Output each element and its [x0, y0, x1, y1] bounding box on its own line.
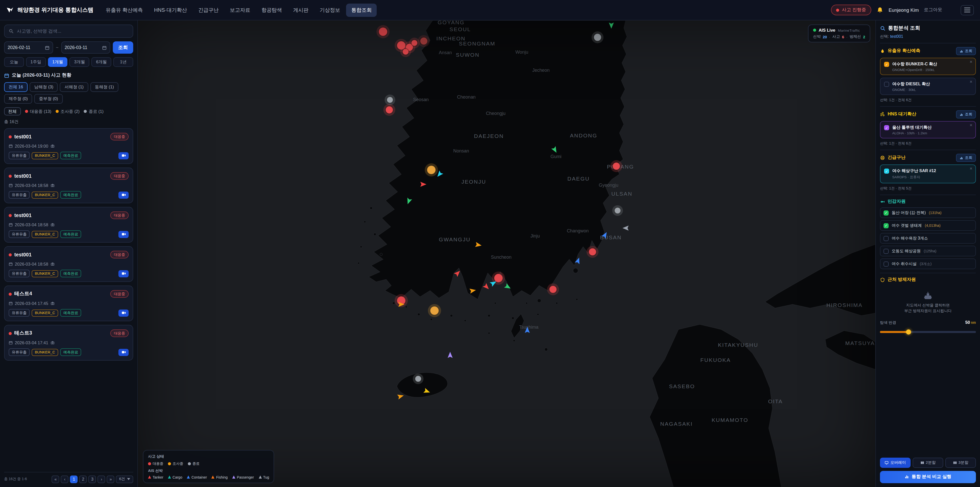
resource-checkbox[interactable] [883, 249, 889, 254]
item-checkbox[interactable] [884, 82, 889, 87]
incident-card[interactable]: 테스트3대응중2026-03-04 17:41유류유출BUNKER_C예측완료 [4, 325, 133, 361]
incident-search-input[interactable] [17, 29, 129, 34]
region-chip[interactable]: 남해청 (3) [30, 82, 58, 92]
item-close-icon[interactable]: × [969, 123, 972, 128]
item-checkbox[interactable]: ✓ [884, 125, 889, 130]
resource-row[interactable]: ✓여수 갯벌 생태계(4,013ha) [880, 220, 976, 231]
incident-marker[interactable] [428, 304, 441, 317]
view-mode-button[interactable]: 오버레이 [880, 457, 911, 468]
status-filter[interactable]: 조사중 (2) [56, 109, 80, 114]
incident-card[interactable]: test001대응중2026-03-04 18:58유류유출BUNKER_C예측… [4, 168, 133, 203]
incident-marker[interactable] [385, 94, 395, 105]
analysis-item[interactable]: ✓여수항 BUNKER-C 확산GNOME+OpenDrift · 150kL× [880, 58, 976, 75]
ship-marker-passenger[interactable] [448, 352, 453, 358]
region-chip[interactable]: 제주청 (0) [4, 94, 32, 104]
range-button[interactable]: 6개월 [92, 57, 111, 67]
incident-video-button[interactable] [118, 309, 129, 316]
incident-video-button[interactable] [118, 231, 129, 238]
view-mode-button[interactable]: 3분할 [945, 457, 976, 468]
nav-item[interactable]: 통합조회 [346, 3, 377, 17]
incident-marker[interactable] [376, 25, 390, 38]
map-canvas[interactable]: GOYANGSEOULINCHEONSEONGNAMSUWONAnsanWonj… [138, 21, 875, 487]
incident-video-button[interactable] [118, 270, 129, 277]
incident-marker[interactable] [413, 374, 424, 384]
resource-checkbox[interactable]: ✓ [883, 210, 889, 215]
date-to-input[interactable]: 2026-03-11 [61, 42, 110, 54]
run-analysis-button[interactable]: 통합 분석 비교 실행 [880, 471, 976, 483]
resource-row[interactable]: 여수 해수욕장 3개소 [880, 233, 976, 244]
item-close-icon[interactable]: × [969, 60, 972, 64]
item-close-icon[interactable]: × [969, 80, 972, 84]
last-page-button[interactable]: » [107, 475, 115, 483]
item-checkbox[interactable]: ✓ [884, 62, 889, 67]
item-checkbox[interactable]: ✓ [884, 169, 889, 174]
analysis-item[interactable]: 여수항 DIESEL 확산GNOME · 30kL× [880, 78, 976, 95]
incident-marker[interactable] [611, 160, 622, 172]
incident-active-badge[interactable]: 사고 진행중 [831, 5, 871, 15]
incident-marker[interactable] [425, 163, 438, 176]
slider-knob[interactable] [906, 330, 912, 335]
status-filter[interactable]: 대응중 (13) [25, 109, 51, 114]
ship-marker-tug[interactable] [622, 225, 628, 231]
menu-button[interactable] [961, 5, 974, 15]
status-filter-all[interactable]: 전체 [4, 107, 21, 115]
incident-marker[interactable] [409, 38, 420, 48]
ship-marker-tanker[interactable] [483, 283, 490, 291]
resource-checkbox[interactable] [883, 236, 889, 241]
page-number-button[interactable]: 1 [70, 475, 78, 483]
view-mode-button[interactable]: 2분할 [913, 457, 943, 468]
analysis-item[interactable]: ✓여수 해상구난 SAR #12SAROPS · 표류자× [880, 164, 976, 184]
page-number-button[interactable]: 3 [89, 475, 96, 483]
region-chip[interactable]: 중부청 (0) [35, 94, 63, 104]
resource-row[interactable]: ✓돌산 어장 (김·전복)(131ha) [880, 208, 976, 218]
logout-button[interactable]: 로그아웃 [924, 6, 942, 13]
status-filter[interactable]: 종료 (1) [84, 109, 103, 114]
region-chip[interactable]: 동해청 (1) [90, 82, 119, 92]
resource-checkbox[interactable] [883, 261, 889, 267]
analysis-item[interactable]: ✓울산 톨루엔 대기확산ALOHA · 10t/h · 1.2km× [880, 121, 976, 139]
nav-item[interactable]: 게시판 [288, 3, 313, 17]
page-size-select[interactable]: 6건 [116, 475, 133, 483]
incident-marker[interactable] [547, 283, 559, 295]
region-chip[interactable]: 서해청 (1) [60, 82, 88, 92]
section-query-button[interactable]: 조회 [956, 47, 976, 55]
incident-card[interactable]: test001대응중2026-03-04 19:00유류유출BUNKER_C예측… [4, 128, 133, 164]
section-query-button[interactable]: 조회 [956, 110, 976, 118]
date-query-button[interactable]: 조회 [113, 42, 133, 54]
incident-marker[interactable] [383, 104, 395, 116]
range-button[interactable]: 3개월 [70, 57, 89, 67]
incident-marker[interactable] [400, 46, 411, 57]
incident-marker[interactable] [592, 31, 604, 43]
range-button[interactable]: 1년 [113, 57, 133, 67]
incident-marker[interactable] [587, 246, 598, 258]
next-page-button[interactable]: › [98, 475, 105, 483]
section-query-button[interactable]: 조회 [956, 154, 976, 162]
range-button[interactable]: 1주일 [26, 57, 46, 67]
item-close-icon[interactable]: × [969, 166, 972, 171]
notification-bell-icon[interactable] [877, 6, 883, 14]
page-number-button[interactable]: 2 [80, 475, 87, 483]
incident-marker[interactable] [612, 205, 623, 216]
incident-card[interactable]: 테스트4대응중2026-03-04 17:45유류유출BUNKER_C예측완료 [4, 286, 133, 321]
resource-checkbox[interactable]: ✓ [883, 223, 889, 228]
prev-page-button[interactable]: ‹ [61, 475, 68, 483]
incident-video-button[interactable] [118, 152, 129, 159]
region-chip[interactable]: 전체 16 [4, 82, 27, 92]
incident-card[interactable]: test001대응중2026-03-04 18:58유류유출BUNKER_C예측… [4, 246, 133, 282]
incident-video-button[interactable] [118, 348, 129, 356]
incident-video-button[interactable] [118, 191, 129, 198]
first-page-button[interactable]: « [52, 475, 59, 483]
radius-slider[interactable] [880, 329, 976, 335]
nav-item[interactable]: 항공탐색 [256, 3, 287, 17]
incident-card[interactable]: test001대응중2026-03-04 18:58유류유출BUNKER_C예측… [4, 207, 133, 243]
nav-item[interactable]: 긴급구난 [193, 3, 224, 17]
nav-item[interactable]: HNS·대기확산 [149, 3, 192, 17]
resource-row[interactable]: 오동도 해상공원(125ha) [880, 246, 976, 256]
resource-row[interactable]: 여수 취수시설(3개소) [880, 259, 976, 269]
range-button[interactable]: 1개월 [48, 57, 68, 67]
nav-item[interactable]: 유출유 확산예측 [100, 3, 148, 17]
date-from-input[interactable]: 2026-02-11 [4, 42, 53, 54]
incident-marker[interactable] [418, 35, 430, 47]
nav-item[interactable]: 보고자료 [225, 3, 256, 17]
range-button[interactable]: 오늘 [4, 57, 24, 67]
